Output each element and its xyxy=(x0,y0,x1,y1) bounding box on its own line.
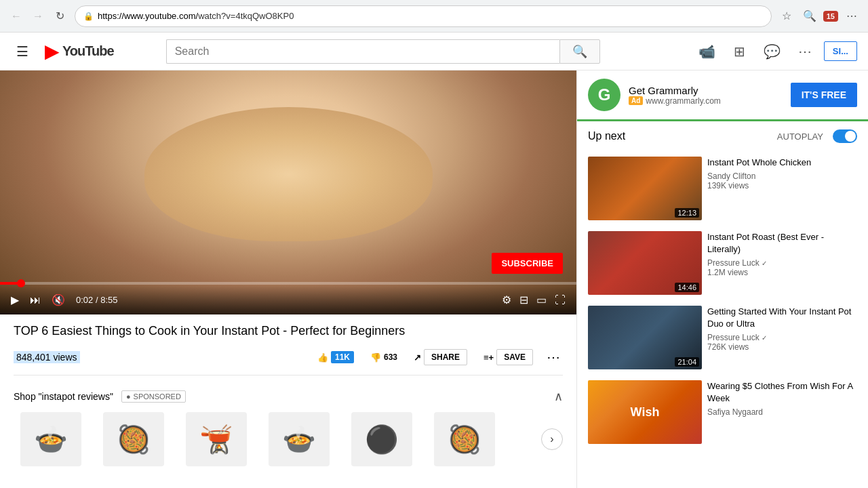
sidebar-video-title-3: Getting Started With Your Instant Pot Du… xyxy=(707,306,857,330)
browser-chrome: ← → ↻ 🔒 https://www.youtube.com/watch?v=… xyxy=(0,0,868,33)
save-icon: ≡+ xyxy=(484,352,494,363)
shop-item[interactable]: ⚫ xyxy=(344,412,419,466)
sidebar-video-thumb-1: 12:13 xyxy=(588,157,702,220)
youtube-header: ☰ ▶ YouTube 🔍 📹 ⊞ 💬 ⋯ SI... xyxy=(0,33,868,70)
control-right-buttons: ⚙ ⊟ ▭ ⛶ xyxy=(499,291,568,309)
shop-item-image-2: 🥘 xyxy=(103,412,164,466)
sidebar-video-card-2[interactable]: 14:46 Instant Pot Roast (Best Ever - Lit… xyxy=(577,226,868,300)
youtube-logo-text: YouTube xyxy=(62,43,114,59)
shop-item-image-6: 🥘 xyxy=(434,412,495,466)
video-controls: ▶ ⏭ 🔇 0:02 / 8:55 ⚙ ⊟ ▭ ⛶ xyxy=(0,285,576,314)
video-duration-2: 14:46 xyxy=(675,283,699,292)
settings-button[interactable]: ⚙ xyxy=(499,291,514,309)
save-label: SAVE xyxy=(496,349,533,365)
messages-button[interactable]: 💬 xyxy=(759,38,786,65)
dislike-count: 633 xyxy=(384,352,397,362)
hamburger-menu-icon[interactable]: ☰ xyxy=(11,38,34,65)
ad-cta-button[interactable]: IT'S FREE xyxy=(791,83,857,107)
zoom-button[interactable]: 🔍 xyxy=(800,7,819,26)
lock-icon: 🔒 xyxy=(83,12,94,21)
video-player[interactable]: SUBSCRIBE ▶ ⏭ 🔇 0:02 / 8:55 ⚙ ⊟ ▭ ⛶ xyxy=(0,70,576,314)
ad-url: www.grammarly.com xyxy=(646,96,720,106)
miniplayer-button[interactable]: ⊟ xyxy=(517,291,531,309)
next-button[interactable]: ⏭ xyxy=(27,291,43,309)
thumbs-down-icon: 👎 xyxy=(370,352,381,363)
search-input[interactable] xyxy=(166,39,559,64)
bookmark-button[interactable]: ☆ xyxy=(777,7,796,26)
forward-button[interactable]: → xyxy=(28,7,47,26)
play-button[interactable]: ▶ xyxy=(8,291,22,309)
sidebar-video-views-1: 139K views xyxy=(707,181,857,190)
shop-items-list: 🍲 🥘 🫕 🍲 ⚫ 🥘 › xyxy=(14,412,563,466)
sidebar-video-views-3: 726K views xyxy=(707,342,857,352)
header-right-actions: 📹 ⊞ 💬 ⋯ SI... xyxy=(694,38,857,65)
shop-next-button[interactable]: › xyxy=(541,428,563,450)
shop-item-image-5: ⚫ xyxy=(351,412,412,466)
sponsored-badge: ● SPONSORED xyxy=(121,390,186,403)
video-title: TOP 6 Easiest Things to Cook in Your Ins… xyxy=(14,323,563,340)
sidebar-video-thumb-3: 21:04 xyxy=(588,306,702,369)
search-container: 🔍 xyxy=(166,39,600,64)
sidebar-video-channel-1: Sandy Clifton xyxy=(707,171,857,181)
sidebar-video-info-3: Getting Started With Your Instant Pot Du… xyxy=(707,306,857,369)
share-label: SHARE xyxy=(424,349,467,365)
thumbs-up-icon: 👍 xyxy=(317,352,328,363)
sidebar-video-card-4[interactable]: Wish Wearing $5 Clothes From Wish For A … xyxy=(577,375,868,449)
autoplay-toggle[interactable] xyxy=(833,129,857,143)
share-icon: ↗ xyxy=(414,352,421,363)
back-button[interactable]: ← xyxy=(7,7,26,26)
time-display: 0:02 / 8:55 xyxy=(76,295,117,305)
mute-button[interactable]: 🔇 xyxy=(49,291,68,309)
sidebar-video-card-3[interactable]: 21:04 Getting Started With Your Instant … xyxy=(577,300,868,375)
nav-buttons: ← → ↻ xyxy=(7,7,69,26)
address-bar[interactable]: 🔒 https://www.youtube.com/watch?v=4tkqQw… xyxy=(75,5,772,27)
browser-actions: ☆ 🔍 15 ⋯ xyxy=(777,7,861,26)
more-options-button[interactable]: ⋯ xyxy=(842,7,861,26)
sidebar-video-title-4: Wearing $5 Clothes From Wish For A Week xyxy=(707,380,857,405)
subscribe-overlay-button[interactable]: SUBSCRIBE xyxy=(492,253,563,274)
sidebar-video-info-1: Instant Pot Whole Chicken Sandy Clifton … xyxy=(707,157,857,220)
ad-name: Get Grammarly xyxy=(629,85,783,96)
signin-button[interactable]: SI... xyxy=(824,41,857,61)
sidebar-video-card-1[interactable]: 12:13 Instant Pot Whole Chicken Sandy Cl… xyxy=(577,151,868,226)
video-meta: 848,401 views 👍 11K 👎 633 ↗ SHARE xyxy=(14,345,563,369)
save-button[interactable]: ≡+ SAVE xyxy=(478,345,538,369)
progress-bar[interactable] xyxy=(0,282,576,285)
up-next-header: Up next AUTOPLAY xyxy=(577,121,868,151)
create-button[interactable]: 📹 xyxy=(694,38,721,65)
fullscreen-button[interactable]: ⛶ xyxy=(552,291,568,309)
collapse-shop-button[interactable]: ∧ xyxy=(554,389,563,404)
video-duration-3: 21:04 xyxy=(675,357,699,367)
divider xyxy=(14,375,563,375)
more-actions-button[interactable]: ⋯ xyxy=(544,346,563,368)
video-duration-1: 12:13 xyxy=(675,208,699,218)
verified-icon-2: ✓ xyxy=(762,260,767,267)
up-next-title: Up next xyxy=(588,130,625,142)
more-button[interactable]: ⋯ xyxy=(791,38,818,65)
like-count: 11K xyxy=(331,351,354,363)
shop-item[interactable]: 🍲 xyxy=(262,412,336,466)
shop-item[interactable]: 🥘 xyxy=(96,412,171,466)
shop-query: instapot reviews xyxy=(42,391,110,402)
youtube-logo[interactable]: ▶ YouTube xyxy=(45,40,114,62)
search-button[interactable]: 🔍 xyxy=(559,39,600,64)
sponsored-label: SPONSORED xyxy=(134,392,181,401)
action-buttons: 👍 11K 👎 633 ↗ SHARE ≡+ SAVE xyxy=(312,345,563,369)
like-button[interactable]: 👍 11K xyxy=(312,347,359,367)
grammarly-logo: G xyxy=(588,79,620,111)
apps-button[interactable]: ⊞ xyxy=(726,38,753,65)
verified-icon-3: ✓ xyxy=(762,334,767,342)
sidebar-video-views-2: 1.2M views xyxy=(707,268,857,277)
sidebar-video-channel-3: Pressure Luck ✓ xyxy=(707,333,857,342)
theater-button[interactable]: ▭ xyxy=(534,291,549,309)
shop-item[interactable]: 🥘 xyxy=(427,412,502,466)
shop-item[interactable]: 🫕 xyxy=(179,412,254,466)
sidebar-video-thumb-4: Wish xyxy=(588,380,702,444)
dislike-button[interactable]: 👎 633 xyxy=(365,348,403,367)
reload-button[interactable]: ↻ xyxy=(50,7,69,26)
shop-item[interactable]: 🍲 xyxy=(14,412,88,466)
share-button[interactable]: ↗ SHARE xyxy=(408,345,473,369)
sidebar-video-channel-2: Pressure Luck ✓ xyxy=(707,258,857,268)
autoplay-label: AUTOPLAY xyxy=(777,131,823,142)
sidebar-video-thumb-2: 14:46 xyxy=(588,231,702,295)
